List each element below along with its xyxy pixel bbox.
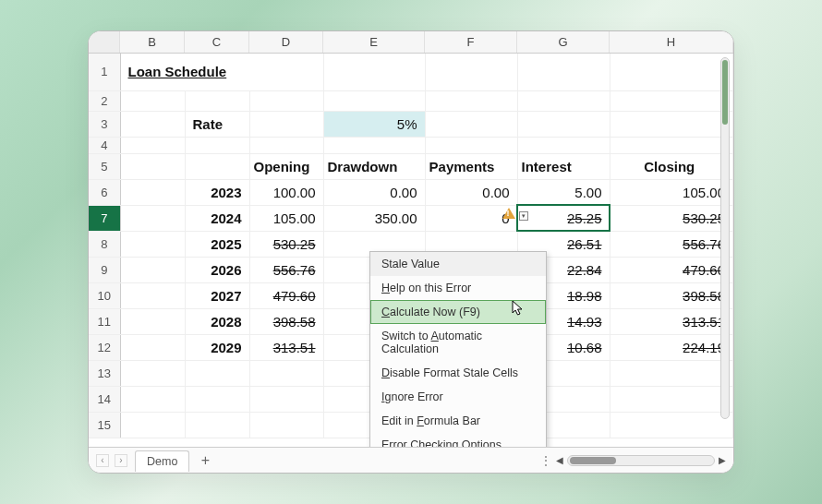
cell-C8[interactable]: 2025	[185, 231, 249, 257]
cell-H5[interactable]: Closing	[610, 153, 732, 179]
cell-C6[interactable]: 2023	[185, 179, 249, 205]
cell-H10[interactable]: 398.58	[610, 282, 732, 308]
row-header-3[interactable]: 3	[89, 111, 120, 137]
cell-H14[interactable]	[610, 386, 732, 412]
cell-G3[interactable]	[517, 111, 610, 137]
cell-D6[interactable]: 100.00	[249, 179, 323, 205]
col-header-B[interactable]: B	[120, 31, 185, 53]
cell-E6[interactable]: 0.00	[323, 179, 425, 205]
cell-H13[interactable]	[610, 360, 732, 386]
vertical-scroll-thumb[interactable]	[722, 60, 728, 125]
row-header-13[interactable]: 13	[89, 360, 120, 386]
menu-item[interactable]: Error Checking Options...	[370, 433, 546, 447]
col-header-D[interactable]: D	[249, 31, 323, 53]
cell-F7[interactable]: 0▾	[425, 205, 517, 231]
menu-item[interactable]: Disable Format Stale Cells	[370, 361, 546, 385]
row-header-11[interactable]: 11	[89, 308, 120, 334]
col-header-F[interactable]: F	[425, 31, 517, 53]
cell-B6[interactable]	[120, 179, 185, 205]
row-header-12[interactable]: 12	[89, 334, 120, 360]
cell-F2[interactable]	[425, 90, 517, 111]
cell-E7[interactable]: 350.00	[323, 205, 425, 231]
col-header-E[interactable]: E	[323, 31, 425, 53]
hscroll-left-icon[interactable]: ◀	[556, 455, 563, 465]
cell-C4[interactable]	[185, 137, 249, 153]
menu-item[interactable]: Ignore Error	[370, 385, 546, 409]
cell-C3[interactable]: Rate	[185, 111, 249, 137]
grid-area[interactable]: B C D E F G H 1Loan Schedule23Rate5%45Op…	[89, 31, 733, 447]
cell-B9[interactable]	[120, 257, 185, 282]
cell-G6[interactable]: 5.00	[517, 179, 610, 205]
cell-H4[interactable]	[610, 137, 732, 153]
menu-item[interactable]: Switch to Automatic Calculation	[370, 324, 546, 361]
row-header-10[interactable]: 10	[89, 282, 120, 308]
cell-D8[interactable]: 530.25	[249, 231, 323, 257]
cell-H6[interactable]: 105.00	[610, 179, 732, 205]
cell-D5[interactable]: Opening	[249, 153, 323, 179]
cell-C15[interactable]	[185, 412, 249, 438]
col-header-G[interactable]: G	[517, 31, 610, 53]
cell-D4[interactable]	[249, 137, 323, 153]
cell-D12[interactable]: 313.51	[249, 334, 323, 360]
cell-E1[interactable]	[323, 54, 425, 90]
row-header-1[interactable]: 1	[89, 54, 120, 90]
cell-F1[interactable]	[425, 54, 517, 90]
cell-G1[interactable]	[517, 54, 610, 90]
cell-H7[interactable]: 530.25	[610, 205, 732, 231]
row-header-5[interactable]: 5	[89, 153, 120, 179]
cell-H9[interactable]: 479.60	[610, 257, 732, 282]
cell-C7[interactable]: 2024	[185, 205, 249, 231]
warning-icon[interactable]	[502, 208, 515, 219]
cell-H8[interactable]: 556.76	[610, 231, 732, 257]
cell-E5[interactable]: Drawdown	[323, 153, 425, 179]
horizontal-scroll-thumb[interactable]	[570, 457, 616, 464]
cell-G7[interactable]: 25.25	[517, 205, 610, 231]
cell-C11[interactable]: 2028	[185, 308, 249, 334]
col-header-H[interactable]: H	[610, 31, 733, 53]
cell-B13[interactable]	[120, 360, 185, 386]
cell-B15[interactable]	[120, 412, 185, 438]
cell-D2[interactable]	[249, 90, 323, 111]
cell-D7[interactable]: 105.00	[249, 205, 323, 231]
cell-B7[interactable]	[120, 205, 185, 231]
vertical-scrollbar[interactable]	[720, 57, 730, 419]
row-header-2[interactable]: 2	[89, 90, 120, 111]
cell-G2[interactable]	[517, 90, 610, 111]
cell-G5[interactable]: Interest	[517, 153, 610, 179]
cell-B10[interactable]	[120, 282, 185, 308]
menu-item[interactable]: Edit in Formula Bar	[370, 409, 546, 433]
cell-B5[interactable]	[120, 153, 185, 179]
cell-D13[interactable]	[249, 360, 323, 386]
cell-G4[interactable]	[517, 137, 610, 153]
sheet-tab-demo[interactable]: Demo	[135, 450, 189, 472]
cell-H11[interactable]: 313.51	[610, 308, 732, 334]
row-header-4[interactable]: 4	[89, 137, 120, 153]
cell-H12[interactable]: 224.19	[610, 334, 732, 360]
tab-prev-icon[interactable]: ‹	[96, 454, 109, 467]
row-header-15[interactable]: 15	[89, 412, 120, 438]
cell-C2[interactable]	[185, 90, 249, 111]
cell-D15[interactable]	[249, 412, 323, 438]
cell-C12[interactable]: 2029	[185, 334, 249, 360]
cell-C13[interactable]	[185, 360, 249, 386]
cell-E4[interactable]	[323, 137, 425, 153]
cell-C5[interactable]	[185, 153, 249, 179]
menu-item[interactable]: Help on this Error	[370, 276, 546, 300]
horizontal-scrollbar[interactable]: ⋮ ◀ ▶	[221, 453, 726, 468]
cell-F3[interactable]	[425, 111, 517, 137]
add-sheet-button[interactable]: +	[197, 452, 213, 469]
hscroll-right-icon[interactable]: ▶	[719, 455, 726, 465]
cell-D3[interactable]	[249, 111, 323, 137]
cell-C9[interactable]: 2026	[185, 257, 249, 282]
cell-B14[interactable]	[120, 386, 185, 412]
cell-C14[interactable]	[185, 386, 249, 412]
cell-B4[interactable]	[120, 137, 185, 153]
row-header-8[interactable]: 8	[89, 231, 120, 257]
row-header-7[interactable]: 7	[89, 205, 120, 231]
hscroll-menu-icon[interactable]: ⋮	[539, 453, 552, 468]
cell-H1[interactable]	[610, 54, 732, 90]
menu-item[interactable]: Stale Value	[370, 252, 546, 276]
cell-C10[interactable]: 2027	[185, 282, 249, 308]
cell-H15[interactable]	[610, 412, 732, 438]
cell-F5[interactable]: Payments	[425, 153, 517, 179]
